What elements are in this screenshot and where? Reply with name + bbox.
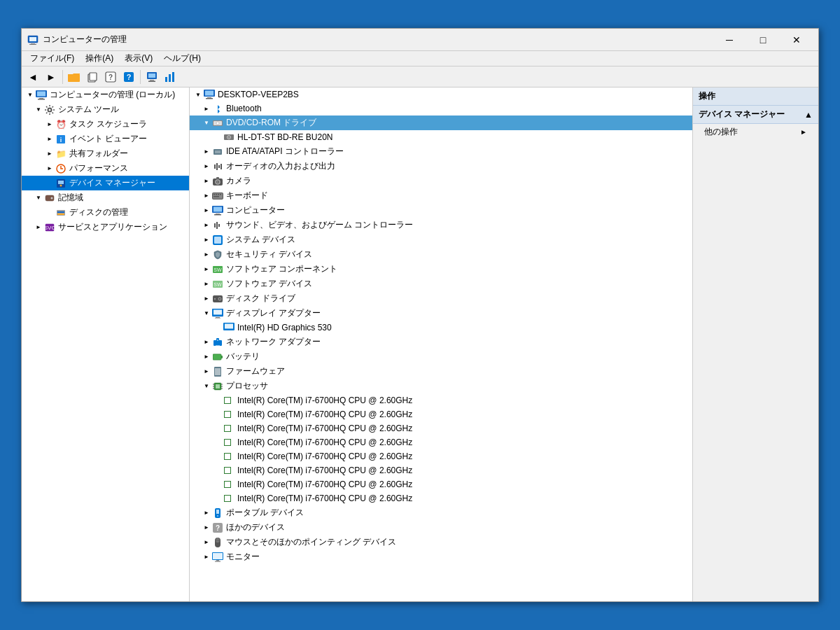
close-button[interactable]: ✕ (780, 31, 813, 49)
devmgr-expand[interactable] (44, 178, 55, 189)
toolbar-btn-computer[interactable] (144, 69, 160, 85)
center-dvd-drive[interactable]: ▼ DVD/CD-ROM ドライブ (190, 115, 692, 130)
menu-help[interactable]: ヘルプ(H) (158, 51, 206, 66)
center-hdd[interactable]: ► ディスク ドライブ (190, 291, 692, 306)
tree-device-manager[interactable]: デバイス マネージャー (22, 176, 189, 190)
minimize-button[interactable]: ─ (713, 31, 746, 49)
network-expand[interactable]: ► (201, 337, 212, 348)
menu-action[interactable]: 操作(A) (80, 51, 119, 66)
toolbar-btn-props[interactable]: ? (102, 69, 119, 85)
center-sw-device[interactable]: ► SW ソフトウェア デバイス (190, 276, 692, 291)
sw-component-icon: SW (212, 264, 223, 275)
cpu-expand[interactable]: ▼ (201, 381, 212, 392)
mouse-expand[interactable]: ► (201, 537, 212, 548)
center-pc[interactable]: ► コンピューター (190, 203, 692, 218)
svg-rect-17 (172, 72, 174, 82)
center-sysdev[interactable]: ► システム デバイス (190, 232, 692, 247)
ide-expand[interactable]: ► (201, 146, 212, 158)
toolbar-btn-help[interactable]: ? (120, 69, 137, 85)
pc-expand[interactable]: ► (201, 205, 212, 216)
other-expand[interactable]: ► (201, 522, 212, 533)
shared-expand[interactable]: ► (44, 148, 55, 160)
center-core-6[interactable]: Intel(R) Core(TM) i7-6700HQ CPU @ 2.60GH… (190, 477, 692, 491)
sysdev-expand[interactable]: ► (201, 234, 212, 246)
tree-system-tools[interactable]: ▼ システム ツール (22, 102, 189, 117)
swdev-expand[interactable]: ► (201, 279, 212, 290)
center-mouse[interactable]: ► マウスとそのほかのポインティング デバイス (190, 535, 692, 550)
center-portable[interactable]: ► ポータブル デバイス (190, 505, 692, 520)
svg-rect-54 (214, 194, 215, 195)
center-monitor[interactable]: ► モニター (190, 550, 692, 564)
center-sw-component[interactable]: ► SW ソフトウェア コンポーネント (190, 262, 692, 276)
forward-button[interactable]: ► (43, 69, 59, 85)
tree-event-viewer[interactable]: ► i イベント ビューアー (22, 132, 189, 146)
center-firmware[interactable]: ► ファームウェア (190, 364, 692, 379)
center-core-1[interactable]: Intel(R) Core(TM) i7-6700HQ CPU @ 2.60GH… (190, 407, 692, 421)
keyboard-expand[interactable]: ► (201, 190, 212, 202)
menu-file[interactable]: ファイル(F) (24, 51, 80, 66)
menu-view[interactable]: 表示(V) (119, 51, 158, 66)
sound-expand[interactable]: ► (201, 220, 212, 231)
center-core-0[interactable]: Intel(R) Core(TM) i7-6700HQ CPU @ 2.60GH… (190, 393, 692, 407)
center-core-3[interactable]: Intel(R) Core(TM) i7-6700HQ CPU @ 2.60GH… (190, 435, 692, 449)
swcomp-expand[interactable]: ► (201, 264, 212, 275)
tree-task-scheduler[interactable]: ► ⏰ タスク スケジューラ (22, 117, 189, 132)
dvd-expand[interactable]: ▼ (201, 118, 212, 129)
tree-storage[interactable]: ▼ 記憶域 (22, 190, 189, 205)
root-expand[interactable]: ▼ (24, 90, 36, 101)
center-security[interactable]: ► セキュリティ デバイス (190, 247, 692, 262)
core6-label: Intel(R) Core(TM) i7-6700HQ CPU @ 2.60GH… (237, 479, 412, 489)
bt-expand[interactable]: ► (201, 103, 212, 114)
task-expand[interactable]: ► (44, 119, 55, 130)
camera-expand[interactable]: ► (201, 176, 212, 187)
tree-shared-folder[interactable]: ► 📁 共有フォルダー (22, 146, 189, 161)
center-bluetooth[interactable]: ► Bluetooth (190, 102, 692, 115)
center-root[interactable]: ▼ DESKTOP-VEEP2BS (190, 88, 692, 102)
center-gpu[interactable]: Intel(R) HD Graphics 530 (190, 321, 692, 335)
center-keyboard[interactable]: ► キーボード (190, 188, 692, 203)
right-pane: 操作 デバイス マネージャー ▲ 他の操作 ► (692, 88, 818, 601)
event-expand[interactable]: ► (44, 134, 55, 145)
tree-disk-management[interactable]: ディスクの管理 (22, 205, 189, 220)
center-ide[interactable]: ► IDE ATA/ATAPI コントローラー (190, 144, 692, 159)
center-processor[interactable]: ▼ プロセッサ (190, 379, 692, 393)
center-battery[interactable]: ► バッテリ (190, 349, 692, 364)
system-tools-expand[interactable]: ▼ (33, 104, 44, 115)
center-camera[interactable]: ► カメラ (190, 174, 692, 188)
center-core-2[interactable]: Intel(R) Core(TM) i7-6700HQ CPU @ 2.60GH… (190, 421, 692, 435)
back-button[interactable]: ◄ (24, 69, 41, 85)
tree-services[interactable]: ► SVC サービスとアプリケーション (22, 220, 189, 234)
sw-component-label: ソフトウェア コンポーネント (226, 263, 337, 275)
center-sound[interactable]: ► サウンド、ビデオ、およびゲーム コントローラー (190, 218, 692, 232)
portable-icon (212, 507, 223, 519)
center-root-expand[interactable]: ▼ (192, 89, 204, 100)
center-bdre[interactable]: HL-DT-ST BD-RE BU20N (190, 130, 692, 144)
hdd-expand[interactable]: ► (201, 293, 212, 304)
display-expand[interactable]: ▼ (201, 308, 212, 319)
portable-expand[interactable]: ► (201, 507, 212, 519)
center-audio[interactable]: ► オーディオの入力および出力 (190, 159, 692, 174)
services-expand[interactable]: ► (33, 222, 44, 233)
center-display[interactable]: ▼ ディスプレイ アダプター (190, 306, 692, 321)
fw-expand[interactable]: ► (201, 366, 212, 377)
audio-expand[interactable]: ► (201, 161, 212, 172)
center-core-5[interactable]: Intel(R) Core(TM) i7-6700HQ CPU @ 2.60GH… (190, 463, 692, 477)
battery-expand[interactable]: ► (201, 351, 212, 363)
center-pane: ▼ DESKTOP-VEEP2BS ► Bluetooth ▼ (190, 88, 692, 601)
other-actions-item[interactable]: 他の操作 ► (693, 124, 818, 140)
security-expand[interactable]: ► (201, 249, 212, 260)
maximize-button[interactable]: □ (747, 31, 779, 49)
toolbar-separator-2 (140, 70, 141, 84)
tree-root[interactable]: ▼ コンピューターの管理 (ローカル) (22, 88, 189, 102)
toolbar-btn-chart[interactable] (162, 69, 178, 85)
center-other[interactable]: ► ? ほかのデバイス (190, 520, 692, 535)
toolbar-btn-folder[interactable] (66, 69, 83, 85)
center-core-7[interactable]: Intel(R) Core(TM) i7-6700HQ CPU @ 2.60GH… (190, 491, 692, 505)
monitor-expand[interactable]: ► (201, 552, 212, 563)
perf-expand[interactable]: ► (44, 163, 55, 174)
tree-performance[interactable]: ► パフォーマンス (22, 161, 189, 176)
toolbar-btn-copy[interactable] (84, 69, 101, 85)
storage-expand[interactable]: ▼ (33, 192, 44, 204)
center-network[interactable]: ► ネットワーク アダプター (190, 335, 692, 349)
center-core-4[interactable]: Intel(R) Core(TM) i7-6700HQ CPU @ 2.60GH… (190, 449, 692, 463)
